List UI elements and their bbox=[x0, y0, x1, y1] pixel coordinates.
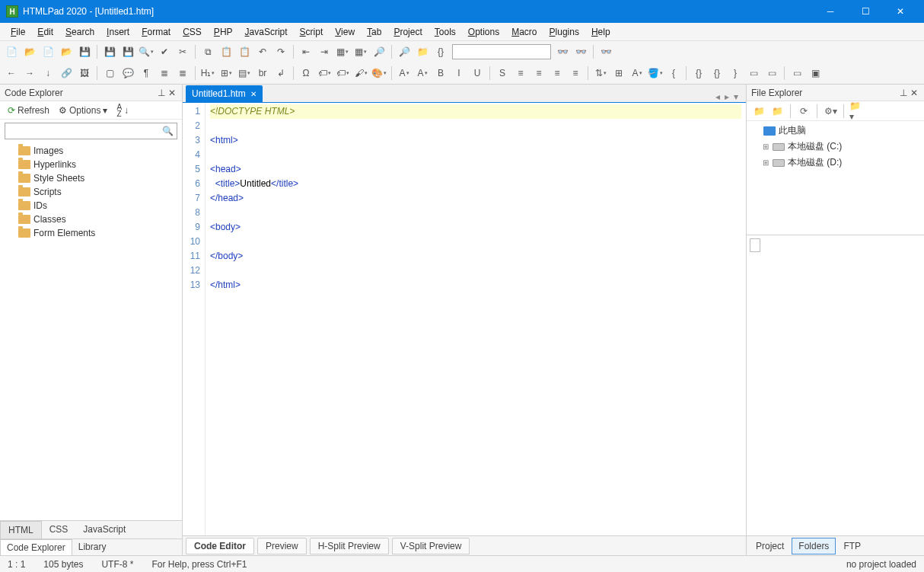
menu-file[interactable]: File bbox=[5, 24, 31, 40]
right-tab-folders[interactable]: Folders bbox=[792, 538, 836, 554]
find-button[interactable]: 🔎 bbox=[371, 43, 387, 60]
braces-button[interactable]: {} bbox=[690, 65, 707, 81]
menu-tab[interactable]: Tab bbox=[361, 24, 387, 40]
gear-icon[interactable]: ⚙▾ bbox=[823, 104, 838, 119]
search-dd-button[interactable]: 🔍 bbox=[138, 43, 155, 60]
br-button[interactable]: br bbox=[254, 65, 271, 81]
font-a-small-dd-button[interactable]: A bbox=[414, 65, 431, 81]
tab-menu-icon[interactable]: ▾ bbox=[734, 91, 738, 102]
refresh-button[interactable]: ⟳Refresh bbox=[5, 104, 53, 117]
orange-box-button[interactable]: ▣ bbox=[807, 65, 824, 81]
brace-close-button[interactable]: } bbox=[727, 65, 744, 81]
comment-button[interactable]: 💬 bbox=[119, 65, 136, 81]
panel2-button[interactable]: ▭ bbox=[763, 65, 780, 81]
menu-script[interactable]: Script bbox=[294, 24, 330, 40]
folder-search-button[interactable]: 📁 bbox=[414, 43, 431, 60]
open-file-button[interactable]: 📂 bbox=[21, 43, 38, 60]
table2-button[interactable]: ⊞ bbox=[610, 65, 627, 81]
tree-item-images[interactable]: Images bbox=[3, 144, 179, 158]
file-tree-item[interactable]: ⊞本地磁盘 (D:) bbox=[750, 155, 921, 171]
menu-css[interactable]: CSS bbox=[177, 24, 208, 40]
editor-tab-code-editor[interactable]: Code Editor bbox=[186, 538, 254, 554]
bold-button[interactable]: B bbox=[432, 65, 449, 81]
tab-next-icon[interactable]: ▸ bbox=[725, 91, 729, 102]
menu-tools[interactable]: Tools bbox=[429, 24, 462, 40]
omega-button[interactable]: Ω bbox=[298, 65, 314, 81]
maximize-button[interactable]: ☐ bbox=[848, 0, 883, 23]
editor-tab-active[interactable]: Untitled1.htm ✕ bbox=[186, 85, 263, 102]
align-justify-button[interactable]: ≡ bbox=[567, 65, 584, 81]
underline-button[interactable]: U bbox=[469, 65, 486, 81]
menu-insert[interactable]: Insert bbox=[100, 24, 135, 40]
expand-icon[interactable]: ⊞ bbox=[762, 142, 769, 151]
back-button[interactable]: ← bbox=[3, 65, 20, 81]
menu-project[interactable]: Project bbox=[387, 24, 428, 40]
menu-edit[interactable]: Edit bbox=[31, 24, 59, 40]
braces-button[interactable]: {} bbox=[432, 43, 449, 60]
minimize-button[interactable]: ─ bbox=[813, 0, 848, 23]
folder-dd-icon[interactable]: 📁▾ bbox=[849, 104, 865, 119]
menu-plugins[interactable]: Plugins bbox=[543, 24, 585, 40]
tree-item-ids[interactable]: IDs bbox=[3, 199, 179, 213]
redo-button[interactable]: ↷ bbox=[272, 43, 289, 60]
down-button[interactable]: ↓ bbox=[40, 65, 56, 81]
search-input[interactable] bbox=[8, 126, 162, 136]
menu-options[interactable]: Options bbox=[462, 24, 505, 40]
folder-icon[interactable]: 📁 bbox=[751, 104, 766, 119]
bucket-dd-button[interactable]: 🪣 bbox=[647, 65, 664, 81]
tab-close-icon[interactable]: ✕ bbox=[250, 90, 256, 98]
options-button[interactable]: ⚙Options▾ bbox=[56, 104, 110, 117]
panel1-button[interactable]: ▭ bbox=[745, 65, 762, 81]
lang-tab-css[interactable]: CSS bbox=[42, 521, 76, 538]
editor-tab-h-split-preview[interactable]: H-Split Preview bbox=[310, 538, 389, 554]
close-button[interactable]: ✕ bbox=[883, 0, 918, 23]
cut-button[interactable]: ✂ bbox=[174, 43, 191, 60]
list-ul-button[interactable]: ≣ bbox=[156, 65, 173, 81]
indent-button[interactable]: ⇥ bbox=[316, 43, 333, 60]
menu-macro[interactable]: Macro bbox=[505, 24, 543, 40]
toolbar-combo[interactable] bbox=[452, 44, 551, 59]
editor-tab-preview[interactable]: Preview bbox=[257, 538, 307, 554]
tree-item-hyperlinks[interactable]: Hyperlinks bbox=[3, 158, 179, 171]
lang-tab-html[interactable]: HTML bbox=[0, 521, 42, 538]
paint-dd-button[interactable]: 🖌 bbox=[352, 65, 369, 81]
right-tab-project[interactable]: Project bbox=[750, 538, 790, 554]
left-tab-code-explorer[interactable]: Code Explorer bbox=[0, 539, 72, 555]
tree-item-form-elements[interactable]: Form Elements bbox=[3, 226, 179, 240]
sort-az-button[interactable]: AZ↓ bbox=[113, 102, 132, 119]
clipboard-button[interactable]: 📋 bbox=[236, 43, 253, 60]
left-tab-library[interactable]: Library bbox=[72, 539, 113, 555]
orange-doc-button[interactable]: 📄 bbox=[40, 43, 56, 60]
h1-dd-button[interactable]: H₁ bbox=[199, 65, 216, 81]
close-panel-icon[interactable]: ✕ bbox=[909, 88, 919, 98]
new-file-button[interactable]: 📄 bbox=[3, 43, 20, 60]
pilcrow-button[interactable]: ¶ bbox=[138, 65, 155, 81]
binoculars3-button[interactable]: 👓 bbox=[597, 43, 614, 60]
tree-item-classes[interactable]: Classes bbox=[3, 213, 179, 226]
outdent-button[interactable]: ⇤ bbox=[298, 43, 314, 60]
box-button[interactable]: ▢ bbox=[101, 65, 118, 81]
list-ol-button[interactable]: ≣ bbox=[174, 65, 191, 81]
panel3-button[interactable]: ▭ bbox=[789, 65, 805, 81]
tab-prev-icon[interactable]: ◂ bbox=[715, 91, 720, 102]
save-all-button[interactable]: 💾 bbox=[101, 43, 118, 60]
align-center-button[interactable]: ≡ bbox=[531, 65, 547, 81]
layout2-dd-button[interactable]: ▦ bbox=[352, 43, 369, 60]
font-a-dd-button[interactable]: A bbox=[396, 65, 413, 81]
menu-php[interactable]: PHP bbox=[208, 24, 239, 40]
undo-button[interactable]: ↶ bbox=[254, 43, 271, 60]
binoculars1-button[interactable]: 👓 bbox=[554, 43, 571, 60]
file-tree-item[interactable]: 此电脑 bbox=[750, 123, 921, 139]
file-tree-item[interactable]: ⊞本地磁盘 (C:) bbox=[750, 139, 921, 155]
menu-view[interactable]: View bbox=[329, 24, 361, 40]
paste-button[interactable]: 📋 bbox=[218, 43, 234, 60]
new-folder-icon[interactable]: 📁 bbox=[769, 104, 785, 119]
pin-icon[interactable]: ⊥ bbox=[156, 88, 167, 98]
save-button[interactable]: 💾 bbox=[76, 43, 93, 60]
font-color-dd-button[interactable]: A bbox=[629, 65, 645, 81]
binoculars2-button[interactable]: 👓 bbox=[572, 43, 589, 60]
menu-javascript[interactable]: JavaScript bbox=[239, 24, 294, 40]
brace-q-button[interactable]: {} bbox=[709, 65, 725, 81]
line-spacing-dd-button[interactable]: ⇅ bbox=[592, 65, 609, 81]
italic-button[interactable]: I bbox=[451, 65, 467, 81]
